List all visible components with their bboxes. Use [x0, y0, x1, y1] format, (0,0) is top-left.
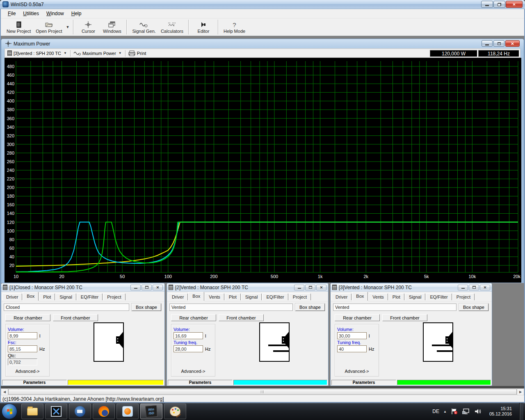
tab-eq-filter[interactable]: EQ/Filter — [77, 293, 103, 301]
front-chamber-button[interactable]: Front chamber — [219, 314, 264, 321]
rear-chamber-button[interactable]: Rear chamber — [335, 314, 380, 321]
advanced-link[interactable]: Advanced-> — [171, 369, 215, 374]
taskbar-winisd-button[interactable]: WinISD — [140, 404, 162, 419]
restore-button[interactable] — [493, 1, 505, 8]
tab-eq-filter[interactable]: EQ/Filter — [262, 293, 288, 301]
taskbar-thunderbird-button[interactable] — [69, 404, 91, 419]
box-shape-button[interactable]: Box shape — [295, 304, 325, 311]
close-button[interactable]: ✕ — [506, 1, 523, 8]
tab-signal[interactable]: Signal — [55, 293, 76, 301]
tab-signal[interactable]: Signal — [241, 293, 262, 301]
plot-window-titlebar[interactable]: Maximum Power ✕ — [5, 39, 520, 48]
parameters-label[interactable]: Parameters — [331, 380, 396, 385]
action-center-flag-icon[interactable]: ✕ — [451, 408, 458, 415]
advanced-link[interactable]: Advanced-> — [335, 369, 379, 374]
menu-file[interactable]: File — [4, 9, 19, 18]
max-power-chart[interactable]: 2040608010012014016018020022024026028030… — [5, 58, 521, 283]
tab-project[interactable]: Project — [103, 293, 125, 301]
box-shape-button[interactable]: Box shape — [459, 304, 488, 311]
language-indicator[interactable]: DE — [432, 409, 439, 414]
plot-area[interactable]: 2040608010012014016018020022024026028030… — [5, 58, 521, 283]
tuning-freq-input[interactable]: 40 — [337, 345, 367, 352]
panel3-titlebar[interactable]: [3]Vented : Monacor SPH 200 TC ✕ — [331, 283, 492, 292]
cursor-button[interactable]: Cursor — [76, 18, 100, 36]
hidden-icons-chevron-icon[interactable]: ▲ — [443, 410, 447, 413]
horizontal-scrollbar[interactable]: ◀ ▶ — [1, 388, 524, 395]
tab-plot[interactable]: Plot — [388, 293, 404, 301]
box-type-field[interactable]: Vented — [169, 304, 293, 311]
panel1-minimize-button[interactable] — [130, 285, 141, 290]
plot-minimize-button[interactable] — [482, 40, 493, 47]
advanced-link[interactable]: Advanced-> — [6, 369, 49, 374]
volume-icon[interactable] — [475, 408, 482, 415]
scrollbar-thumb[interactable] — [8, 389, 517, 395]
network-icon[interactable] — [462, 408, 470, 415]
taskbar-explorer-button[interactable] — [21, 404, 43, 419]
windows-button[interactable]: Windows — [100, 18, 124, 36]
tab-plot[interactable]: Plot — [225, 293, 241, 301]
tab-signal[interactable]: Signal — [405, 293, 426, 301]
volume-input[interactable]: 16,69 — [173, 332, 203, 339]
tab-box[interactable]: Box — [188, 292, 204, 301]
panel1-close-button[interactable]: ✕ — [153, 285, 163, 290]
plot-close-button[interactable]: ✕ — [505, 40, 520, 47]
panel2-titlebar[interactable]: [2]Vented : Monacor SPH 200 TC ✕ — [167, 283, 328, 292]
panel3-maximize-button[interactable] — [469, 285, 479, 290]
signal-gen-button[interactable]: Signal Gen. — [130, 18, 158, 36]
start-button[interactable] — [2, 404, 17, 419]
tab-box[interactable]: Box — [352, 292, 368, 301]
menu-utilities[interactable]: Utilities — [19, 9, 43, 18]
parameters-label[interactable]: Parameters — [2, 380, 67, 385]
scroll-left-arrow[interactable]: ◀ — [1, 388, 8, 395]
taskbar-paint-button[interactable] — [164, 404, 186, 419]
tab-driver[interactable]: Driver — [331, 293, 352, 301]
menu-help[interactable]: Help — [68, 9, 85, 18]
fsc-input[interactable]: 85,15 — [8, 345, 37, 352]
tab-vents[interactable]: Vents — [368, 293, 388, 301]
tab-eq-filter[interactable]: EQ/Filter — [426, 293, 452, 301]
calculators-button[interactable]: Calculators — [158, 18, 186, 36]
tab-driver[interactable]: Driver — [168, 293, 188, 301]
panel2-minimize-button[interactable] — [294, 285, 304, 290]
volume-input[interactable]: 8,99 — [8, 332, 37, 339]
editor-button[interactable]: Editor — [192, 18, 215, 36]
tab-plot[interactable]: Plot — [39, 293, 55, 301]
open-project-dropdown[interactable]: ▼ — [65, 18, 71, 36]
tab-project[interactable]: Project — [452, 293, 475, 301]
print-button[interactable]: Print — [126, 49, 149, 57]
tab-vents[interactable]: Vents — [205, 293, 224, 301]
panel3-minimize-button[interactable] — [458, 285, 468, 290]
taskbar-media-player-button[interactable] — [116, 404, 139, 419]
tab-driver[interactable]: Driver — [2, 293, 22, 301]
box-shape-button[interactable]: Box shape — [132, 304, 161, 311]
panel2-maximize-button[interactable] — [305, 285, 315, 290]
box-type-field[interactable]: Vented — [333, 304, 457, 311]
front-chamber-button[interactable]: Front chamber — [382, 314, 427, 321]
menu-window[interactable]: Window — [43, 9, 68, 18]
main-titlebar[interactable]: WinISD 0.50a7 ✕ — [0, 0, 525, 9]
show-desktop-button[interactable] — [519, 403, 523, 420]
panel1-titlebar[interactable]: [1]Closed : Monacor SPH 200 TC ✕ — [1, 283, 164, 292]
new-project-button[interactable]: New Project — [4, 18, 33, 36]
parameters-label[interactable]: Parameters — [168, 380, 233, 385]
taskbar-clock[interactable]: 15:31 05.12.2016 — [486, 406, 515, 417]
graph-type-selector[interactable]: Maximum Power ▼ — [71, 49, 125, 57]
box-type-field[interactable]: Closed — [4, 304, 129, 311]
front-chamber-button[interactable]: Front chamber — [53, 314, 98, 321]
tab-box[interactable]: Box — [23, 292, 39, 301]
taskbar-crossed-arrows-button[interactable] — [45, 404, 67, 419]
panel3-close-button[interactable]: ✕ — [480, 285, 490, 290]
minimize-button[interactable] — [481, 1, 493, 8]
panel1-maximize-button[interactable] — [142, 285, 152, 290]
volume-input[interactable]: 30,00 — [337, 332, 367, 339]
help-mode-button[interactable]: ? Help Mode — [221, 18, 248, 36]
rear-chamber-button[interactable]: Rear chamber — [5, 314, 50, 321]
tuning-freq-input[interactable]: 28,00 — [173, 345, 203, 352]
tab-project[interactable]: Project — [289, 293, 311, 301]
scroll-right-arrow[interactable]: ▶ — [517, 388, 524, 395]
taskbar-firefox-button[interactable] — [93, 404, 115, 419]
plot-restore-button[interactable] — [493, 40, 504, 47]
panel2-close-button[interactable]: ✕ — [316, 285, 326, 290]
project-selector[interactable]: [3]vented : SPH 200 TC ▼ — [5, 49, 70, 57]
open-project-button[interactable]: Open Project — [33, 18, 64, 36]
